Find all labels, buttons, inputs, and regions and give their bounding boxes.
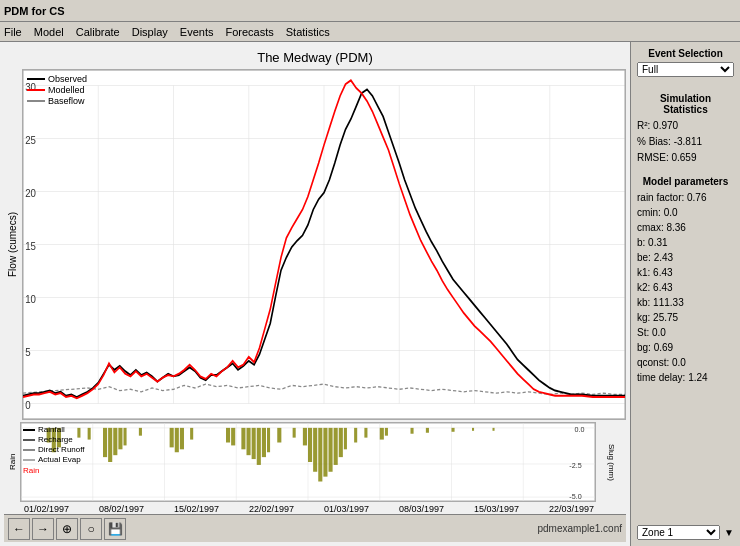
svg-rect-46 xyxy=(139,428,142,436)
rain-y-axis: Rain xyxy=(4,422,20,502)
svg-text:5: 5 xyxy=(25,345,30,358)
x-axis-area: 01/02/1997 08/02/1997 15/02/1997 22/02/1… xyxy=(4,504,626,514)
rain-y-axis-right: Slug (mm) xyxy=(596,422,626,502)
save-button[interactable]: 💾 xyxy=(104,518,126,540)
svg-text:-2.5: -2.5 xyxy=(569,462,581,469)
svg-rect-61 xyxy=(303,428,307,446)
menu-display[interactable]: Display xyxy=(132,26,168,38)
model-param-item: time delay: 1.24 xyxy=(637,370,734,385)
svg-rect-52 xyxy=(231,428,235,446)
svg-rect-75 xyxy=(426,428,429,433)
add-button[interactable]: ⊕ xyxy=(56,518,78,540)
rain-legend-direct-runoff: Direct Runoff xyxy=(38,445,85,454)
back-button[interactable]: ← xyxy=(8,518,30,540)
menu-statistics[interactable]: Statistics xyxy=(286,26,330,38)
sidebar: Event Selection Full Simulation Statisti… xyxy=(630,42,740,546)
zone-dropdown[interactable]: Zone 1 xyxy=(637,525,720,540)
rain-y-label: Slug (mm) xyxy=(607,444,616,481)
toolbar: ← → ⊕ ○ 💾 pdmexample1.conf xyxy=(4,514,626,542)
svg-rect-76 xyxy=(452,428,455,432)
svg-text:0: 0 xyxy=(25,398,30,411)
svg-rect-62 xyxy=(308,428,312,462)
x-tick-8: 22/03/1997 xyxy=(549,504,594,514)
bias-value: % Bias: -3.811 xyxy=(637,134,734,150)
svg-rect-41 xyxy=(103,428,107,457)
svg-rect-74 xyxy=(411,428,414,434)
menu-file[interactable]: File xyxy=(4,26,22,38)
r2-value: R²: 0.970 xyxy=(637,118,734,134)
svg-rect-40 xyxy=(88,428,91,440)
svg-rect-42 xyxy=(108,428,112,462)
svg-rect-45 xyxy=(124,428,127,446)
x-tick-7: 15/03/1997 xyxy=(474,504,519,514)
svg-rect-64 xyxy=(318,428,322,482)
chart-title: The Medway (PDM) xyxy=(4,50,626,65)
svg-rect-54 xyxy=(247,428,251,455)
rmse-value: RMSE: 0.659 xyxy=(637,150,734,166)
menu-events[interactable]: Events xyxy=(180,26,214,38)
event-selection-section: Event Selection Full xyxy=(637,48,734,83)
menu-model[interactable]: Model xyxy=(34,26,64,38)
svg-rect-67 xyxy=(334,428,338,465)
svg-rect-77 xyxy=(472,428,474,431)
sidebar-bottom: Zone 1 ▼ xyxy=(637,525,734,540)
model-param-item: be: 2.43 xyxy=(637,250,734,265)
model-param-item: b: 0.31 xyxy=(637,235,734,250)
app-title: PDM for CS xyxy=(4,5,65,17)
svg-rect-73 xyxy=(385,428,388,436)
legend-observed: Observed xyxy=(48,74,87,84)
event-selection-title: Event Selection xyxy=(637,48,734,59)
svg-rect-56 xyxy=(257,428,261,465)
svg-rect-48 xyxy=(175,428,179,452)
model-param-item: qconst: 0.0 xyxy=(637,355,734,370)
sim-stats-values: R²: 0.970 % Bias: -3.811 RMSE: 0.659 xyxy=(637,118,734,166)
sim-stats-title: Simulation Statistics xyxy=(637,93,734,115)
svg-rect-47 xyxy=(170,428,174,448)
rain-chart: Rainfall Recharge Direct Runoff Act xyxy=(20,422,596,502)
svg-rect-63 xyxy=(313,428,317,472)
legend-baseflow: Baseflow xyxy=(48,96,85,106)
toolbar-filename: pdmexample1.conf xyxy=(538,523,623,534)
flow-chart-svg: 0 5 10 15 20 25 30 xyxy=(23,70,625,419)
menu-forecasts[interactable]: Forecasts xyxy=(225,26,273,38)
svg-rect-60 xyxy=(293,428,296,438)
svg-text:25: 25 xyxy=(25,133,36,146)
svg-rect-71 xyxy=(364,428,367,438)
x-tick-3: 15/02/1997 xyxy=(174,504,219,514)
svg-text:10: 10 xyxy=(25,292,36,305)
model-param-item: St: 0.0 xyxy=(637,325,734,340)
model-param-item: cmin: 0.0 xyxy=(637,205,734,220)
x-tick-2: 08/02/1997 xyxy=(99,504,144,514)
rain-legend-recharge: Recharge xyxy=(38,435,73,444)
x-tick-5: 01/03/1997 xyxy=(324,504,369,514)
model-params-section: Model parameters rain factor: 0.76cmin: … xyxy=(637,176,734,385)
model-params-values: rain factor: 0.76cmin: 0.0cmax: 8.36b: 0… xyxy=(637,190,734,385)
sim-stats-section: Simulation Statistics R²: 0.970 % Bias: … xyxy=(637,93,734,166)
svg-rect-68 xyxy=(339,428,343,457)
menubar: File Model Calibrate Display Events Fore… xyxy=(0,22,740,42)
menu-calibrate[interactable]: Calibrate xyxy=(76,26,120,38)
circle-button[interactable]: ○ xyxy=(80,518,102,540)
svg-text:0.0: 0.0 xyxy=(575,426,585,433)
rain-legend-rainfall: Rainfall xyxy=(38,425,65,434)
svg-text:-5.0: -5.0 xyxy=(569,493,581,500)
event-selection-dropdown[interactable]: Full xyxy=(637,62,734,77)
x-tick-6: 08/03/1997 xyxy=(399,504,444,514)
svg-rect-51 xyxy=(226,428,230,443)
rain-chart-svg: 0.0 -2.5 -5.0 xyxy=(21,423,595,501)
titlebar: PDM for CS xyxy=(0,0,740,22)
svg-rect-49 xyxy=(180,428,184,449)
dropdown-arrow-icon: ▼ xyxy=(724,527,734,538)
main-chart: Observed Modelled Baseflow xyxy=(22,69,626,420)
forward-button[interactable]: → xyxy=(32,518,54,540)
svg-rect-72 xyxy=(380,428,384,440)
x-tick-4: 22/02/1997 xyxy=(249,504,294,514)
rain-legend-actual-evap: Actual Evap xyxy=(38,455,81,464)
svg-rect-69 xyxy=(344,428,347,449)
svg-rect-43 xyxy=(113,428,117,455)
toolbar-buttons: ← → ⊕ ○ 💾 xyxy=(8,518,126,540)
svg-rect-65 xyxy=(323,428,327,477)
legend-modelled: Modelled xyxy=(48,85,85,95)
svg-text:20: 20 xyxy=(25,186,36,199)
chart-area: The Medway (PDM) Flow (cumecs) Observed … xyxy=(0,42,630,546)
